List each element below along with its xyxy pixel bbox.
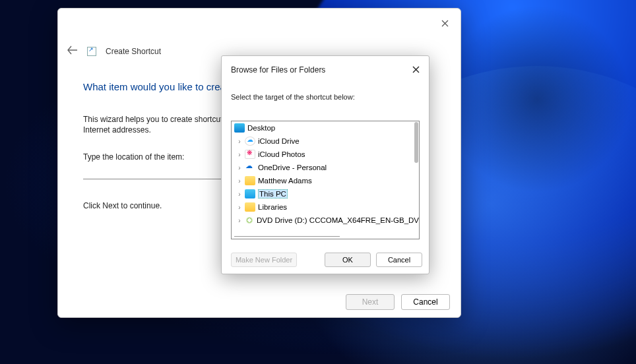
tree-item-label: Matthew Adams xyxy=(258,177,312,185)
chevron-right-icon: › xyxy=(236,164,243,171)
chevron-right-icon: › xyxy=(236,151,243,158)
browse-instruction: Select the target of the shortcut below: xyxy=(231,93,355,101)
browse-close-button[interactable] xyxy=(408,63,424,76)
desktop-icon xyxy=(234,123,245,133)
browse-cancel-button[interactable]: Cancel xyxy=(376,253,422,267)
chevron-right-icon: › xyxy=(236,177,243,185)
tree-item[interactable]: ›This PC xyxy=(232,187,419,200)
browse-title: Browse for Files or Folders xyxy=(231,65,325,75)
tree-item[interactable]: ›Libraries xyxy=(232,200,419,214)
tree-item[interactable]: ›Matthew Adams xyxy=(232,174,419,187)
tree-item[interactable]: ›OneDrive - Personal xyxy=(232,161,419,174)
tree-item[interactable]: ›iCloud Drive xyxy=(232,135,419,148)
tree-item-label: DVD Drive (D:) CCCOMA_X64FRE_EN-GB_DV xyxy=(257,216,419,224)
shortcut-icon xyxy=(87,47,96,56)
next-button[interactable]: Next xyxy=(346,294,395,310)
tree-item-label: OneDrive - Personal xyxy=(258,164,327,171)
folder-tree[interactable]: Desktop›iCloud Drive›iCloud Photos›OneDr… xyxy=(231,121,420,239)
wizard-footer: Next Cancel xyxy=(58,287,461,317)
tree-item-label: This PC xyxy=(258,189,288,198)
scrollbar[interactable] xyxy=(414,122,418,163)
browse-footer: Make New Folder OK Cancel xyxy=(222,246,429,274)
make-new-folder-button[interactable]: Make New Folder xyxy=(231,253,297,267)
chevron-right-icon: › xyxy=(236,204,243,211)
continue-hint: Click Next to continue. xyxy=(83,201,162,210)
photos-icon xyxy=(245,150,255,159)
close-button[interactable] xyxy=(434,14,455,32)
onedrive-icon xyxy=(245,163,255,172)
tree-item-label: Desktop xyxy=(247,124,275,132)
tree-item-label: iCloud Drive xyxy=(258,137,300,145)
tree-item-label: Libraries xyxy=(258,203,287,211)
ok-button[interactable]: OK xyxy=(325,253,371,267)
folder-icon xyxy=(245,202,255,212)
back-button[interactable] xyxy=(67,46,78,57)
wizard-title: Create Shortcut xyxy=(106,47,161,56)
pc-icon xyxy=(245,189,255,198)
cancel-button[interactable]: Cancel xyxy=(401,294,450,310)
tree-item-label: iCloud Photos xyxy=(258,150,305,158)
tree-root-desktop[interactable]: Desktop xyxy=(232,121,419,135)
cloud-icon xyxy=(245,136,255,146)
chevron-right-icon: › xyxy=(236,217,243,224)
tree-item[interactable]: ›DVD Drive (D:) CCCOMA_X64FRE_EN-GB_DV xyxy=(232,214,419,227)
folder-icon xyxy=(245,176,255,185)
tree-divider xyxy=(234,236,340,237)
dvd-icon xyxy=(245,216,254,225)
chevron-right-icon: › xyxy=(236,138,243,145)
location-label: Type the location of the item: xyxy=(83,152,184,162)
browse-dialog: Browse for Files or Folders Select the t… xyxy=(221,55,429,274)
chevron-right-icon: › xyxy=(236,191,243,198)
tree-item[interactable]: ›iCloud Photos xyxy=(232,148,419,161)
